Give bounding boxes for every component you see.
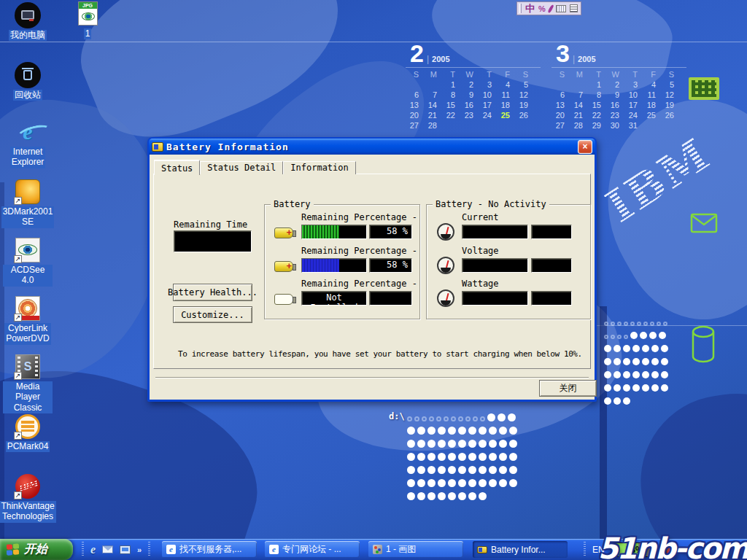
wallpaper-dot (632, 358, 640, 365)
ime-drag-handle[interactable] (519, 4, 522, 13)
calendar-day: 4 (643, 79, 661, 90)
wallpaper-dot (438, 479, 446, 487)
desktop-icon-media-player-classic[interactable]: S ↗ Media Player Classic (3, 353, 53, 413)
start-button-label: 开始 (24, 542, 47, 557)
remaining-percentage-label: Remaining Percentage - (301, 212, 417, 222)
taskbar-button-paint[interactable]: 1 - 画图 (368, 541, 463, 558)
wallpaper-dot (468, 440, 476, 448)
battery-health-button[interactable]: Battery Health... (173, 284, 252, 301)
wallpaper-dot (623, 397, 630, 405)
show-desktop-icon[interactable] (120, 545, 131, 554)
desktop-icon-internet-explorer[interactable]: e Internet Explorer (3, 118, 53, 168)
wallpaper-dot (489, 440, 497, 448)
battery-group: Battery Remaining Percentage - 58 % Rema… (264, 204, 420, 319)
calendar-separator: | (427, 54, 429, 64)
dialog-close-button[interactable]: 关闭 (539, 380, 597, 397)
quick-launch-overflow-chevron[interactable]: » (137, 545, 142, 554)
battery-group-title: Battery (271, 199, 314, 209)
internet-explorer-icon: e (23, 120, 32, 144)
wallpaper-dot (468, 427, 476, 435)
tab-information[interactable]: Information (283, 161, 355, 174)
customize-button[interactable]: Customize... (173, 306, 252, 323)
ime-language-bar[interactable]: 中 % (516, 1, 581, 15)
quick-launch-mail-icon[interactable] (102, 545, 113, 553)
start-button[interactable]: 开始 (0, 539, 73, 560)
close-icon[interactable]: × (578, 140, 592, 154)
shortcut-arrow-icon: ↗ (14, 432, 22, 440)
wallpaper-dot (623, 371, 630, 378)
wallpaper-dot (498, 413, 506, 421)
remaining-time-label: Remaining Time (174, 219, 247, 230)
calendar-day-header: T (442, 69, 460, 79)
desktop-icon-jpg-1[interactable]: JPG 1 (63, 0, 112, 39)
ime-fullwidth-icon[interactable]: % (538, 4, 546, 13)
wallpaper-dot (489, 466, 497, 474)
ime-language-icon[interactable]: 中 (525, 2, 535, 15)
calendar-day: 7 (424, 90, 442, 100)
language-indicator[interactable]: EN (592, 545, 605, 555)
calendar-day (460, 120, 479, 131)
wattage-label: Wattage (462, 279, 499, 289)
desktop-icon-thinkvantage[interactable]: IBM ↗ ThinkVantage Technologies (3, 472, 53, 523)
wallpaper-dot-grid (603, 316, 669, 408)
wallpaper-dot (651, 384, 659, 392)
calendar-day: 20 (551, 110, 570, 120)
calendar-day: 8 (588, 90, 606, 100)
calendar-day: 18 (497, 100, 515, 110)
wallpaper-dot-grid (406, 412, 518, 504)
tray-battery-meter[interactable]: 58% (611, 542, 658, 557)
wallpaper-dot (479, 440, 487, 448)
desktop-icon-label: 我的电脑 (9, 30, 47, 41)
activity-group-title: Battery - No Activity (433, 199, 549, 209)
desktop-icon-pcmark04[interactable]: ↗ PCMark04 (3, 413, 53, 452)
desktop-icon-3dmark2001[interactable]: ↗ 3DMark2001 SE (3, 178, 53, 228)
wallpaper-dot (427, 453, 436, 461)
desktop-icon-powerdvd[interactable]: ↗ CyberLink PowerDVD (3, 295, 53, 345)
desktop-icon-recycle-bin[interactable]: 回收站 (3, 61, 53, 101)
wallpaper-dot (479, 427, 487, 435)
wallpaper-dot (657, 322, 661, 326)
wallpaper-dot (427, 427, 436, 435)
calendar-day: 24 (624, 110, 643, 120)
wallpaper-dot (427, 492, 436, 500)
wallpaper-dot (468, 453, 476, 461)
battery-empty-icon (274, 294, 293, 305)
recycle-bin-icon (15, 62, 41, 88)
taskbar-button-forum[interactable]: e 专门网论坛 - ... (265, 541, 360, 558)
current-unit-display (531, 225, 572, 239)
battery-activity-group: Battery - No Activity Current Voltage Wa… (426, 204, 591, 319)
calendar-day-header: S (661, 69, 679, 79)
calendar-day: 10 (479, 90, 497, 100)
desktop-icon-label: 3DMark2001 SE (1, 206, 55, 228)
calendar-day: 1 (442, 79, 460, 90)
desktop-icon-my-computer[interactable]: 我的电脑 (3, 1, 53, 41)
calendar-day: 12 (515, 90, 533, 100)
wallpaper-dot (499, 440, 507, 448)
wallpaper-dot (508, 413, 516, 421)
ime-menu-icon[interactable] (570, 4, 578, 12)
ime-punctuation-icon[interactable] (547, 4, 554, 12)
ime-keyboard-icon[interactable] (556, 5, 566, 12)
toolbar-divider (82, 542, 84, 557)
tray-red-icon[interactable] (665, 545, 673, 554)
windows-flag-icon (7, 543, 20, 556)
quick-launch-ie-icon[interactable]: e (90, 543, 96, 556)
calendar-day: 16 (460, 100, 479, 110)
wallpaper-dot (604, 397, 611, 405)
tab-status-detail[interactable]: Status Detail (200, 161, 283, 174)
wallpaper-dot (642, 358, 649, 365)
wallpaper-dot (623, 358, 630, 365)
calendar-day: 17 (479, 100, 497, 110)
my-computer-icon (15, 2, 41, 28)
wallpaper-dot (499, 453, 507, 461)
desktop-icon-acdsee[interactable]: ↗ ACDSee 4.0 (3, 236, 53, 287)
taskbar-button-battery-information[interactable]: Battery Infor... (473, 541, 568, 558)
calendar-day: 26 (661, 110, 679, 120)
wallpaper-dot (458, 416, 463, 421)
taskbar-button-server-not-found[interactable]: e 找不到服务器,... (162, 541, 257, 558)
drive-label: d:\ (389, 411, 405, 421)
wallpaper-dot (614, 384, 621, 392)
tab-status[interactable]: Status (154, 160, 200, 175)
calendar-day (661, 120, 679, 131)
dialog-titlebar[interactable]: Battery Information × (149, 139, 595, 155)
